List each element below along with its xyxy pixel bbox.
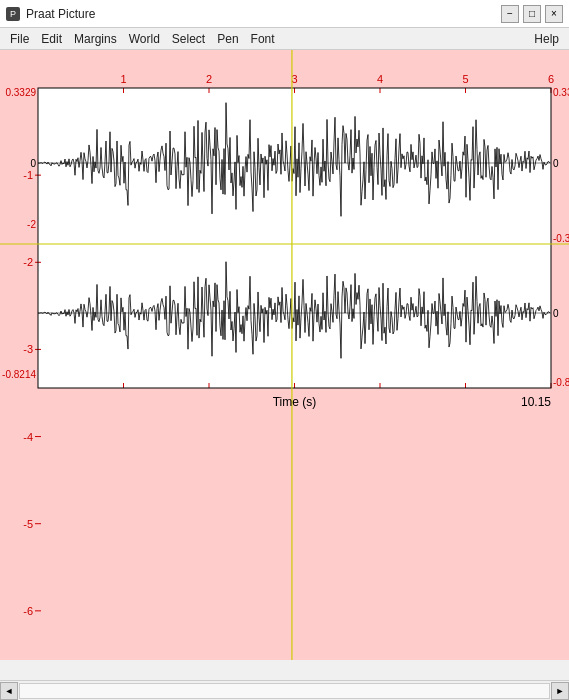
menu-pen[interactable]: Pen bbox=[211, 31, 244, 47]
menu-margins[interactable]: Margins bbox=[68, 31, 123, 47]
horizontal-scrollbar[interactable]: ◄ ► bbox=[0, 680, 569, 700]
menu-select[interactable]: Select bbox=[166, 31, 211, 47]
title-bar-left: P Praat Picture bbox=[6, 7, 95, 21]
scroll-track[interactable] bbox=[19, 683, 550, 699]
maximize-button[interactable]: □ bbox=[523, 5, 541, 23]
scroll-left-arrow[interactable]: ◄ bbox=[0, 682, 18, 700]
app-icon: P bbox=[6, 7, 20, 21]
menu-bar: File Edit Margins World Select Pen Font … bbox=[0, 28, 569, 50]
waveform-canvas[interactable] bbox=[0, 50, 569, 660]
title-bar: P Praat Picture − □ × bbox=[0, 0, 569, 28]
menu-file[interactable]: File bbox=[4, 31, 35, 47]
close-button[interactable]: × bbox=[545, 5, 563, 23]
scroll-right-arrow[interactable]: ► bbox=[551, 682, 569, 700]
title-buttons[interactable]: − □ × bbox=[501, 5, 563, 23]
menu-help[interactable]: Help bbox=[528, 31, 565, 47]
picture-area bbox=[0, 50, 569, 680]
window-title: Praat Picture bbox=[26, 7, 95, 21]
minimize-button[interactable]: − bbox=[501, 5, 519, 23]
menu-world[interactable]: World bbox=[123, 31, 166, 47]
menu-font[interactable]: Font bbox=[245, 31, 281, 47]
menu-edit[interactable]: Edit bbox=[35, 31, 68, 47]
